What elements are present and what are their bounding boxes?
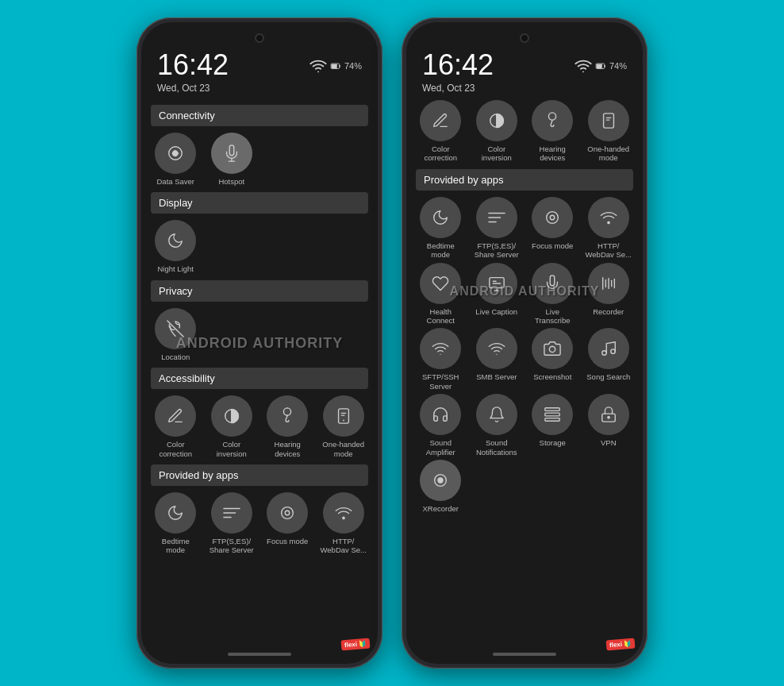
tile-sftp[interactable]: SFTP/SSH Server: [416, 328, 466, 391]
tile-row-privacy: Location: [151, 308, 368, 361]
tile-label-color-inversion: Color inversion: [208, 440, 256, 458]
tile-bedtime-left[interactable]: Bedtime mode: [151, 492, 201, 555]
screenshot-icon: [544, 340, 561, 357]
time-left: 16:42: [157, 51, 229, 79]
tile-live-caption[interactable]: Live Caption: [472, 263, 522, 326]
status-icons-left: 74%: [309, 57, 362, 75]
tile-label-sound-amplifier: Sound Amplifier: [417, 438, 464, 457]
tile-icon-bedtime-r: [420, 197, 461, 238]
tile-health-connect[interactable]: Health Connect: [416, 263, 466, 326]
tile-icon-recorder: [588, 263, 629, 304]
hotspot-icon: [223, 145, 240, 162]
date-right: Wed, Oct 23: [422, 83, 494, 94]
tile-icon-ci-right: [476, 100, 517, 141]
tile-night-light[interactable]: Night Light: [151, 220, 201, 273]
tile-bedtime-r[interactable]: Bedtime mode: [416, 197, 466, 260]
tile-smb[interactable]: SMB Server: [472, 328, 522, 391]
tile-xrecorder[interactable]: XRecorder: [416, 460, 466, 513]
tile-color-correction-right[interactable]: Color correction: [416, 100, 466, 163]
tile-row-apps-r2: Health Connect Live Caption: [416, 263, 633, 326]
tile-screenshot[interactable]: Screenshot: [528, 328, 578, 391]
tile-row-connectivity: ⊘ Data Saver Hotspot: [151, 133, 368, 186]
svg-point-35: [608, 417, 609, 418]
tile-focus-left[interactable]: Focus mode: [263, 492, 313, 555]
tile-data-saver[interactable]: ⊘ Data Saver: [151, 133, 201, 186]
tile-one-handed-mode[interactable]: One-handed mode: [319, 395, 369, 458]
camera-cutout-right: [520, 33, 529, 43]
tile-color-correction[interactable]: Color correction: [151, 395, 201, 458]
status-icons-right: 74%: [575, 57, 627, 75]
svg-point-37: [439, 478, 444, 483]
tile-focus-r[interactable]: Focus mode: [528, 197, 578, 260]
tile-label-location: Location: [161, 353, 190, 361]
focus-icon-r: [544, 209, 561, 226]
tile-onehanded-right[interactable]: One-handed mode: [584, 100, 634, 163]
section-provided-apps-left: Provided by apps: [151, 464, 368, 486]
health-icon: [432, 275, 449, 292]
tile-http-left[interactable]: HTTP/ WebDav Se...: [319, 492, 369, 555]
tile-label-cc-right: Color correction: [417, 145, 464, 163]
svg-rect-16: [603, 114, 613, 128]
camera-cutout-left: [255, 33, 264, 43]
tile-icon-location: [155, 308, 196, 349]
tile-icon-ftp-left: [211, 492, 252, 534]
svg-rect-33: [545, 418, 559, 422]
svg-rect-20: [490, 277, 504, 287]
svg-rect-32: [545, 413, 559, 416]
tile-song-search[interactable]: Song Search: [584, 328, 634, 391]
tile-hotspot[interactable]: Hotspot: [207, 133, 257, 186]
tile-label-focus-left: Focus mode: [267, 537, 308, 545]
tile-color-inv-right[interactable]: Color inversion: [472, 100, 522, 163]
tile-hearing-right[interactable]: Hearing devices: [528, 100, 578, 163]
tile-icon-http-r: [588, 197, 629, 238]
tile-label-sftp: SFTP/SSH Server: [417, 372, 464, 391]
tile-live-transcribe[interactable]: Live Transcribe: [528, 263, 578, 326]
wifi-icon-left: [309, 57, 327, 75]
tile-icon-hearing-right: [532, 100, 573, 141]
tile-recorder[interactable]: Recorder: [584, 263, 634, 326]
data-saver-icon: ⊘: [167, 145, 184, 162]
http-icon-left: [335, 504, 352, 522]
tile-label-vpn: VPN: [601, 438, 617, 447]
tile-color-inversion[interactable]: Color inversion: [207, 395, 257, 458]
section-display: Display: [151, 192, 368, 214]
tile-vpn[interactable]: VPN: [584, 394, 634, 457]
sound-amplifier-icon: [432, 406, 449, 423]
ftp-icon-left: [223, 504, 240, 522]
tile-icon-focus-left: [267, 492, 308, 534]
sftp-icon: [432, 340, 449, 357]
tile-row-apps-r1: Bedtime mode FTP(S,ES)/ Share Server: [416, 197, 633, 260]
tile-label-bedtime-r: Bedtime mode: [417, 241, 464, 260]
tile-http-r[interactable]: HTTP/ WebDav Se...: [584, 197, 634, 260]
color-correction-icon: [167, 407, 184, 425]
tile-label-bedtime-left: Bedtime mode: [152, 537, 199, 555]
tile-icon-onehanded-right: [588, 100, 629, 141]
svg-point-18: [547, 211, 559, 223]
tile-sound-amplifier[interactable]: Sound Amplifier: [416, 394, 466, 457]
qs-content-left: Connectivity ⊘ Data Saver: [141, 98, 378, 664]
wifi-icon-right: [575, 57, 592, 75]
tile-label-onehanded-right: One-handed mode: [585, 145, 632, 163]
tile-ftp-left[interactable]: FTP(S,ES)/ Share Server: [207, 492, 257, 555]
svg-point-29: [602, 351, 607, 356]
live-caption-icon: [488, 275, 505, 292]
tile-sound-notifications[interactable]: Sound Notifications: [472, 394, 522, 457]
tile-storage[interactable]: Storage: [528, 394, 578, 457]
tile-row-apps-r4: Sound Amplifier Sound Notifications: [416, 394, 633, 457]
tile-label-hotspot: Hotspot: [218, 177, 244, 186]
tile-icon-data-saver: ⊘: [155, 133, 196, 174]
tile-icon-sound-notif: [476, 394, 517, 435]
battery-icon-right: [595, 60, 606, 71]
tile-ftp-r[interactable]: FTP(S,ES)/ Share Server: [472, 197, 522, 260]
tile-location[interactable]: Location: [151, 308, 201, 361]
phone-right-screen: 16:42 Wed, Oct 23 74%: [406, 22, 643, 664]
storage-icon: [544, 406, 561, 423]
svg-point-17: [551, 215, 555, 220]
tile-row-display: Night Light: [151, 220, 368, 273]
tile-icon-color-correction: [155, 395, 196, 437]
tile-row-accessibility: Color correction Color inversion: [151, 395, 368, 458]
tile-icon-focus-r: [532, 197, 573, 238]
color-correction-icon-r: [432, 112, 449, 129]
svg-point-12: [343, 517, 344, 518]
tile-hearing-devices[interactable]: Hearing devices: [263, 395, 313, 458]
